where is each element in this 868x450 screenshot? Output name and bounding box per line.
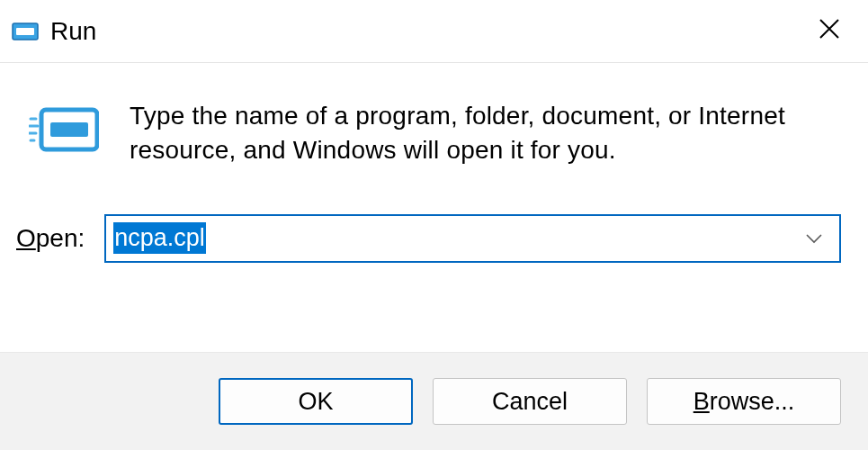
run-icon-small [11,17,40,46]
cancel-button[interactable]: Cancel [433,378,627,425]
content-area: Type the name of a program, folder, docu… [0,63,868,185]
titlebar-left: Run [11,17,96,46]
open-input[interactable]: ncpa.cpl [106,216,789,261]
titlebar: Run [0,0,868,63]
open-combobox[interactable]: ncpa.cpl [104,214,841,263]
ok-button-label: OK [298,388,333,416]
cancel-button-label: Cancel [492,388,568,416]
browse-button[interactable]: Browse... [647,378,841,425]
chevron-down-icon[interactable] [789,216,839,261]
ok-button[interactable]: OK [219,378,413,425]
window-title: Run [50,17,96,46]
browse-button-label: Browse... [694,388,795,416]
svg-rect-3 [50,122,88,137]
run-icon-large [29,103,99,160]
open-label: Open: [16,224,85,253]
open-input-value: ncpa.cpl [113,222,206,254]
button-bar: OK Cancel Browse... [0,352,868,450]
close-button[interactable] [809,12,850,50]
svg-rect-1 [16,28,34,35]
description-text: Type the name of a program, folder, docu… [130,99,841,167]
open-row: Open: ncpa.cpl [0,185,868,272]
